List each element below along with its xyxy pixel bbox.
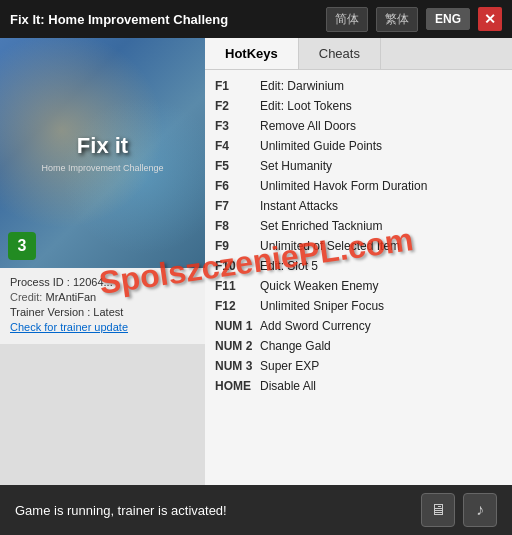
hotkey-row: F10Edit: Slot 5 bbox=[215, 256, 502, 276]
game-subtitle: Home Improvement Challenge bbox=[41, 163, 163, 173]
hotkey-action: Super EXP bbox=[260, 357, 319, 375]
hotkey-row: NUM 1Add Sword Currency bbox=[215, 316, 502, 336]
info-panel: Process ID : 12064... Credit: MrAntiFan … bbox=[0, 268, 205, 344]
game-cover-image: Fix it Home Improvement Challenge 3 bbox=[0, 38, 205, 268]
credit-label: Credit: bbox=[10, 291, 42, 303]
hotkey-action: Unlimited Sniper Focus bbox=[260, 297, 384, 315]
hotkey-row: F8Set Enriched Tacknium bbox=[215, 216, 502, 236]
trainer-version-label: Trainer Version : Latest bbox=[10, 306, 123, 318]
hotkeys-list: F1Edit: DarwiniumF2Edit: Loot TokensF3Re… bbox=[205, 70, 512, 485]
hotkey-action: Unlimited Havok Form Duration bbox=[260, 177, 427, 195]
music-icon: ♪ bbox=[476, 501, 484, 519]
status-message: Game is running, trainer is activated! bbox=[15, 503, 227, 518]
hotkey-row: F2Edit: Loot Tokens bbox=[215, 96, 502, 116]
hotkey-action: Edit: Loot Tokens bbox=[260, 97, 352, 115]
hotkey-row: F3Remove All Doors bbox=[215, 116, 502, 136]
hotkey-row: F1Edit: Darwinium bbox=[215, 76, 502, 96]
hotkey-key: HOME bbox=[215, 377, 260, 395]
tab-hotkeys[interactable]: HotKeys bbox=[205, 38, 299, 69]
credit-value: MrAntiFan bbox=[45, 291, 96, 303]
tab-cheats[interactable]: Cheats bbox=[299, 38, 381, 69]
hotkey-action: Quick Weaken Enemy bbox=[260, 277, 379, 295]
hotkey-action: Unlimited Guide Points bbox=[260, 137, 382, 155]
hotkey-key: F10 bbox=[215, 257, 260, 275]
hotkey-key: F8 bbox=[215, 217, 260, 235]
hotkey-action: Edit: Slot 5 bbox=[260, 257, 318, 275]
update-link-row[interactable]: Check for trainer update bbox=[10, 321, 195, 333]
hotkey-key: F2 bbox=[215, 97, 260, 115]
lang-english[interactable]: ENG bbox=[426, 8, 470, 30]
trainer-version-row: Trainer Version : Latest bbox=[10, 306, 195, 318]
monitor-icon: 🖥 bbox=[430, 501, 446, 519]
process-id-label: Process ID : 12064... bbox=[10, 276, 113, 288]
game-logo: Fix it bbox=[77, 133, 128, 159]
hotkey-action: Add Sword Currency bbox=[260, 317, 371, 335]
hotkey-row: NUM 3Super EXP bbox=[215, 356, 502, 376]
tabs-container: HotKeys Cheats bbox=[205, 38, 512, 70]
hotkey-key: F7 bbox=[215, 197, 260, 215]
hotkey-action: Disable All bbox=[260, 377, 316, 395]
hotkey-row: F12Unlimited Sniper Focus bbox=[215, 296, 502, 316]
hotkey-key: F11 bbox=[215, 277, 260, 295]
hotkey-key: F9 bbox=[215, 237, 260, 255]
hotkey-row: F5Set Humanity bbox=[215, 156, 502, 176]
hotkey-key: NUM 1 bbox=[215, 317, 260, 335]
hotkey-row: HOMEDisable All bbox=[215, 376, 502, 396]
hotkey-key: F5 bbox=[215, 157, 260, 175]
music-icon-button[interactable]: ♪ bbox=[463, 493, 497, 527]
title-bar: Fix It: Home Improvement Challeng 简体 繁体 … bbox=[0, 0, 512, 38]
hotkey-row: F7Instant Attacks bbox=[215, 196, 502, 216]
hotkey-action: Change Gald bbox=[260, 337, 331, 355]
left-panel: Fix it Home Improvement Challenge 3 Proc… bbox=[0, 38, 205, 485]
window-title: Fix It: Home Improvement Challeng bbox=[10, 12, 318, 27]
hotkey-action: Unlimited of Selected Item bbox=[260, 237, 400, 255]
hotkey-key: F3 bbox=[215, 117, 260, 135]
hotkey-key: NUM 2 bbox=[215, 337, 260, 355]
right-panel: HotKeys Cheats F1Edit: DarwiniumF2Edit: … bbox=[205, 38, 512, 485]
hotkey-action: Edit: Darwinium bbox=[260, 77, 344, 95]
hotkey-action: Instant Attacks bbox=[260, 197, 338, 215]
status-bar: Game is running, trainer is activated! 🖥… bbox=[0, 485, 512, 535]
hotkey-key: F4 bbox=[215, 137, 260, 155]
hotkey-row: F9Unlimited of Selected Item bbox=[215, 236, 502, 256]
credit-row: Credit: MrAntiFan bbox=[10, 291, 195, 303]
hotkey-row: F6Unlimited Havok Form Duration bbox=[215, 176, 502, 196]
check-update-link[interactable]: Check for trainer update bbox=[10, 321, 128, 333]
monitor-icon-button[interactable]: 🖥 bbox=[421, 493, 455, 527]
hotkey-key: F12 bbox=[215, 297, 260, 315]
lang-traditional-chinese[interactable]: 繁体 bbox=[376, 7, 418, 32]
hotkey-row: F4Unlimited Guide Points bbox=[215, 136, 502, 156]
hotkey-action: Set Humanity bbox=[260, 157, 332, 175]
hotkey-key: F6 bbox=[215, 177, 260, 195]
hotkey-row: NUM 2Change Gald bbox=[215, 336, 502, 356]
hotkey-row: F11Quick Weaken Enemy bbox=[215, 276, 502, 296]
lang-simplified-chinese[interactable]: 简体 bbox=[326, 7, 368, 32]
process-id-row: Process ID : 12064... bbox=[10, 276, 195, 288]
hotkey-key: F1 bbox=[215, 77, 260, 95]
hotkey-key: NUM 3 bbox=[215, 357, 260, 375]
close-button[interactable]: ✕ bbox=[478, 7, 502, 31]
status-icons: 🖥 ♪ bbox=[421, 493, 497, 527]
age-rating-badge: 3 bbox=[8, 232, 36, 260]
hotkey-action: Set Enriched Tacknium bbox=[260, 217, 383, 235]
hotkey-action: Remove All Doors bbox=[260, 117, 356, 135]
main-content: Fix it Home Improvement Challenge 3 Proc… bbox=[0, 38, 512, 485]
